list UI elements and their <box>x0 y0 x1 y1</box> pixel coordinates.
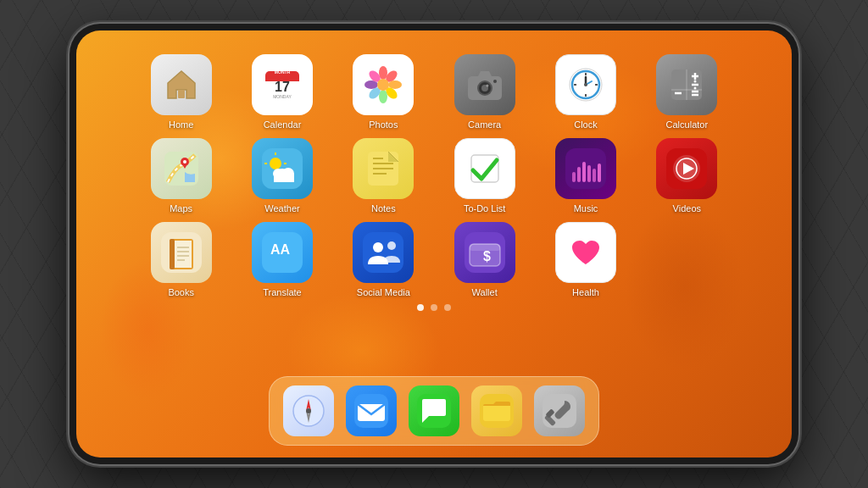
svg-rect-68 <box>593 169 596 182</box>
app-health[interactable]: Health <box>542 222 629 297</box>
social-icon <box>353 222 414 283</box>
app-todolist[interactable]: To-Do List <box>441 138 528 214</box>
page-dots <box>417 304 451 311</box>
todolist-label: To-Do List <box>464 203 506 214</box>
svg-rect-0 <box>178 90 185 98</box>
svg-point-16 <box>377 79 389 91</box>
camera-icon <box>454 54 515 115</box>
videos-icon <box>656 138 717 199</box>
app-music[interactable]: Music <box>542 138 629 214</box>
svg-point-45 <box>183 160 186 164</box>
svg-rect-69 <box>598 164 601 182</box>
dock-compass[interactable] <box>283 385 334 436</box>
app-grid: Home MONTH 17 MONDAY Calendar <box>137 54 731 297</box>
app-photos[interactable]: Photos <box>340 54 427 130</box>
app-books[interactable]: Books <box>137 222 225 297</box>
app-social[interactable]: Social Media <box>340 222 427 297</box>
health-icon <box>555 222 616 283</box>
svg-point-47 <box>270 158 281 169</box>
svg-rect-66 <box>582 162 586 182</box>
clock-icon <box>555 54 616 115</box>
app-camera[interactable]: Camera <box>441 54 528 130</box>
svg-rect-76 <box>170 239 175 269</box>
app-videos[interactable]: Videos <box>643 138 731 214</box>
app-empty <box>643 222 731 297</box>
dock-files[interactable] <box>471 385 522 436</box>
svg-text:AA: AA <box>270 242 291 257</box>
svg-rect-55 <box>274 174 294 182</box>
calendar-icon: MONTH 17 MONDAY <box>252 54 313 115</box>
photos-label: Photos <box>369 119 398 130</box>
app-calculator[interactable]: Calculator <box>643 54 731 130</box>
calendar-label: Calendar <box>264 119 302 130</box>
music-icon <box>555 138 616 199</box>
videos-label: Videos <box>673 203 701 214</box>
photos-icon <box>353 54 414 115</box>
svg-point-31 <box>584 83 587 86</box>
weather-label: Weather <box>264 203 299 214</box>
app-weather[interactable]: Weather <box>238 138 326 214</box>
tablet: Home MONTH 17 MONDAY Calendar <box>70 24 798 464</box>
music-label: Music <box>574 203 598 214</box>
weather-icon <box>252 138 313 199</box>
svg-point-37 <box>694 87 697 90</box>
svg-rect-84 <box>363 232 403 273</box>
camera-label: Camera <box>468 119 501 130</box>
svg-rect-65 <box>577 167 581 182</box>
dock <box>269 376 599 446</box>
svg-text:MONDAY: MONDAY <box>273 94 292 99</box>
dock-tools[interactable] <box>534 385 585 436</box>
app-notes[interactable]: Notes <box>340 138 427 214</box>
dot-3 <box>444 304 451 311</box>
notes-label: Notes <box>371 203 396 214</box>
maps-label: Maps <box>170 203 192 214</box>
dock-mail[interactable] <box>346 385 397 436</box>
books-icon <box>151 222 212 283</box>
svg-rect-62 <box>471 155 498 182</box>
calculator-icon <box>656 54 717 115</box>
svg-rect-67 <box>587 165 591 182</box>
dock-messages[interactable] <box>409 385 459 436</box>
dot-2 <box>431 304 437 311</box>
books-label: Books <box>168 287 194 297</box>
calculator-label: Calculator <box>666 119 709 130</box>
svg-text:MONTH: MONTH <box>275 69 291 75</box>
svg-rect-64 <box>572 172 576 182</box>
app-clock[interactable]: Clock <box>542 54 629 130</box>
app-translate[interactable]: AA Translate <box>238 222 326 297</box>
health-label: Health <box>572 287 599 297</box>
wallet-icon: $ <box>454 222 515 283</box>
svg-point-96 <box>306 408 311 413</box>
svg-text:$: $ <box>483 249 491 263</box>
app-maps[interactable]: Maps <box>137 138 225 214</box>
svg-point-36 <box>694 80 697 83</box>
svg-rect-77 <box>175 241 192 268</box>
translate-label: Translate <box>263 287 301 297</box>
svg-point-22 <box>493 80 497 83</box>
todolist-icon <box>454 138 515 199</box>
notes-icon <box>353 138 414 199</box>
app-home[interactable]: Home <box>137 54 225 130</box>
screen: Home MONTH 17 MONDAY Calendar <box>76 30 792 458</box>
maps-icon <box>151 138 212 199</box>
svg-point-21 <box>486 85 488 87</box>
wallet-label: Wallet <box>472 287 498 297</box>
dot-1 <box>417 304 424 311</box>
home-label: Home <box>169 119 193 130</box>
svg-point-85 <box>373 242 383 252</box>
clock-label: Clock <box>574 119 598 130</box>
translate-icon: AA <box>252 222 313 283</box>
svg-text:17: 17 <box>275 80 290 94</box>
app-calendar[interactable]: MONTH 17 MONDAY Calendar <box>238 54 326 130</box>
app-wallet[interactable]: $ Wallet <box>441 222 528 297</box>
home-icon <box>151 54 212 115</box>
social-label: Social Media <box>357 287 410 297</box>
svg-point-86 <box>387 241 396 250</box>
